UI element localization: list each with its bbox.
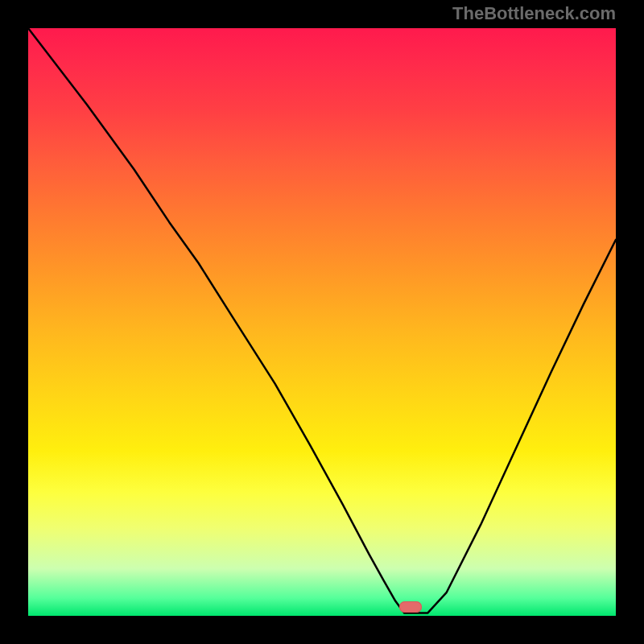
watermark-label: TheBottleneck.com	[452, 3, 616, 24]
optimum-marker	[399, 601, 422, 613]
plot-area	[28, 28, 616, 616]
